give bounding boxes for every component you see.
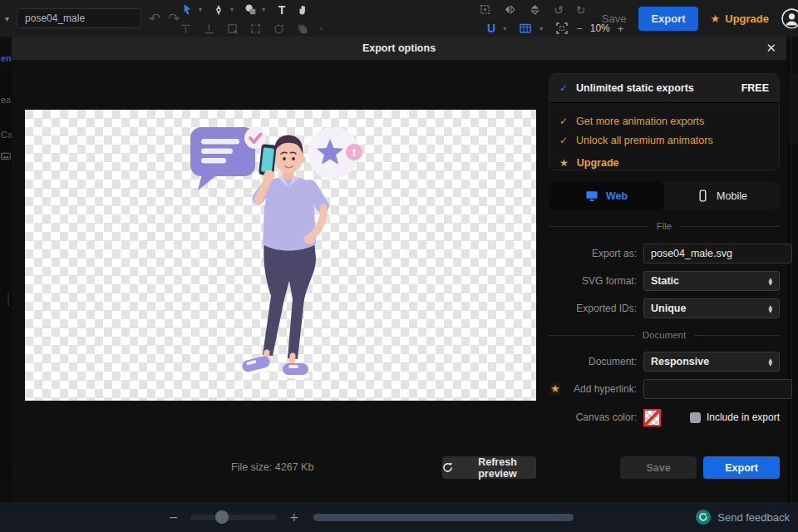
modal-title: Export options <box>362 42 436 54</box>
zoom-out-button[interactable]: − <box>576 22 583 35</box>
canvas-color-swatch[interactable] <box>643 409 661 426</box>
document-select[interactable]: Responsive ▲▼ <box>643 352 780 372</box>
tab-web[interactable]: Web <box>549 182 664 209</box>
text-tool-icon[interactable]: T <box>273 2 291 18</box>
transform-tool-icon[interactable] <box>249 22 262 35</box>
top-toolbar: ▾ ↶ ↷ ▾ ▾ ▾ T ↺ ↻ S <box>0 0 798 37</box>
send-feedback-button[interactable]: Send feedback <box>696 502 790 532</box>
rotate-cw-icon[interactable]: ↻ <box>576 3 586 17</box>
align-top-icon[interactable] <box>180 22 192 35</box>
free-badge: FREE <box>741 82 769 94</box>
include-in-export-label: Include in export <box>707 411 780 423</box>
sidebar-fragment: Ca <box>1 130 12 140</box>
document-section-divider: Document <box>549 330 780 340</box>
promo-benefit-row: ✓ Get more animation exports <box>559 111 769 131</box>
close-icon[interactable]: ✕ <box>766 37 776 60</box>
plan-promo-box: ✓ Unlimited static exports FREE ✓ Get mo… <box>549 73 780 170</box>
modal-export-button[interactable]: Export <box>703 456 780 479</box>
file-section-divider: File <box>549 221 780 231</box>
check-icon: ✓ <box>559 135 568 146</box>
group-tool-icon[interactable] <box>296 22 308 35</box>
document-row: Document: Responsive ▲▼ <box>549 352 780 372</box>
pointer-tool-caret-icon[interactable]: ▾ <box>199 6 207 13</box>
timeline-zoom-in-icon[interactable]: + <box>289 502 299 532</box>
image-icon <box>1 151 11 161</box>
topbar-upgrade-button[interactable]: ★ Upgrade <box>711 12 769 25</box>
document-label: Document: <box>549 356 637 367</box>
undo-icon[interactable]: ↶ <box>149 10 160 27</box>
canvas-color-label: Canvas color: <box>549 411 637 423</box>
timeline-zoom-out-icon[interactable]: − <box>169 502 179 532</box>
preview-illustration: ! <box>25 110 536 401</box>
exported-ids-label: Exported IDs: <box>549 303 637 314</box>
group-tool-caret-icon[interactable]: ▾ <box>319 25 328 32</box>
export-filename-input[interactable] <box>643 244 792 264</box>
left-sidebar-sliver: en ea Ca <box>0 37 12 502</box>
check-icon: ✓ <box>559 82 568 94</box>
exported-ids-row: Exported IDs: Unique ▲▼ <box>549 298 780 318</box>
right-sidebar-sliver <box>786 37 798 502</box>
project-menu-caret-icon[interactable]: ▾ <box>5 14 9 23</box>
sidebar-scrollbar[interactable] <box>7 293 9 306</box>
align-bottom-icon[interactable] <box>203 22 215 35</box>
modal-save-button[interactable]: Save <box>620 456 697 479</box>
timeline-zoom-slider[interactable] <box>190 515 277 520</box>
stepper-icon: ▲▼ <box>768 277 772 285</box>
scale-tool-icon[interactable] <box>226 22 239 35</box>
plan-current-row: ✓ Unlimited static exports FREE <box>549 74 779 103</box>
fit-to-screen-icon[interactable] <box>555 22 569 35</box>
zoom-level: 10% <box>590 22 610 34</box>
filename-input[interactable] <box>17 8 141 28</box>
speech-bubble <box>190 127 266 190</box>
refresh-preview-button[interactable]: Refresh preview <box>442 456 536 479</box>
promo-benefit-row: ✓ Unlock all premium animators <box>559 131 769 150</box>
premium-star-icon: ★ <box>550 382 560 395</box>
exported-ids-select[interactable]: Unique ▲▼ <box>643 298 780 318</box>
flip-vertical-icon[interactable] <box>529 3 541 16</box>
rotate-ccw-icon[interactable]: ↺ <box>554 3 564 17</box>
export-options-modal: Export options ✕ ! <box>12 37 786 502</box>
svg-text:!: ! <box>352 146 357 159</box>
pointer-tool-icon[interactable] <box>178 2 196 18</box>
sidebar-fragment: en <box>1 53 12 63</box>
sidebar-fragment: ea <box>1 95 11 105</box>
hyperlink-label: Add hyperlink: <box>549 383 637 395</box>
logo-caret-icon[interactable]: ▾ <box>503 25 511 32</box>
pen-tool-icon[interactable] <box>209 2 228 18</box>
app-logo-icon[interactable]: U <box>487 22 495 35</box>
account-avatar[interactable] <box>781 8 798 29</box>
modal-header: Export options ✕ <box>12 37 786 60</box>
zoom-in-button[interactable]: + <box>618 22 624 35</box>
flip-horizontal-icon[interactable] <box>504 3 516 16</box>
timeline-zoom-knob[interactable] <box>215 510 229 524</box>
rotate-tool-icon[interactable] <box>273 22 285 35</box>
bottom-status-bar: − + Send feedback <box>0 502 798 532</box>
grid-view-icon[interactable] <box>519 22 532 35</box>
feedback-icon <box>696 510 711 525</box>
export-preview-canvas: ! <box>25 110 536 401</box>
stepper-icon: ▲▼ <box>768 357 772 366</box>
shape-tool-icon[interactable] <box>241 2 259 18</box>
platform-tabs: Web Mobile <box>549 182 780 209</box>
svg-format-select[interactable]: Static ▲▼ <box>643 271 780 291</box>
include-in-export-checkbox[interactable] <box>690 412 701 423</box>
refresh-icon <box>442 462 453 473</box>
phone-icon <box>697 190 709 202</box>
hyperlink-input[interactable] <box>643 379 792 399</box>
stepper-icon: ▲▼ <box>768 304 772 313</box>
check-icon: ✓ <box>559 116 568 127</box>
shape-tool-caret-icon[interactable]: ▾ <box>262 6 270 13</box>
transform-origin-icon[interactable] <box>479 3 491 16</box>
horizontal-scrollbar[interactable] <box>313 514 574 521</box>
tab-mobile[interactable]: Mobile <box>664 182 780 209</box>
topbar-export-button[interactable]: Export <box>638 7 697 31</box>
grid-caret-icon[interactable]: ▾ <box>539 25 548 32</box>
star-bubble: ! <box>308 127 362 179</box>
svg-format-row: SVG format: Static ▲▼ <box>549 271 780 291</box>
hand-tool-icon[interactable] <box>293 2 312 18</box>
pen-tool-caret-icon[interactable]: ▾ <box>230 6 239 13</box>
export-as-label: Export as: <box>549 248 637 259</box>
upgrade-link[interactable]: ★ Upgrade <box>559 153 769 170</box>
hyperlink-row: ★ Add hyperlink: <box>549 379 780 399</box>
file-size-text: File size: 4267 Kb <box>231 461 313 473</box>
